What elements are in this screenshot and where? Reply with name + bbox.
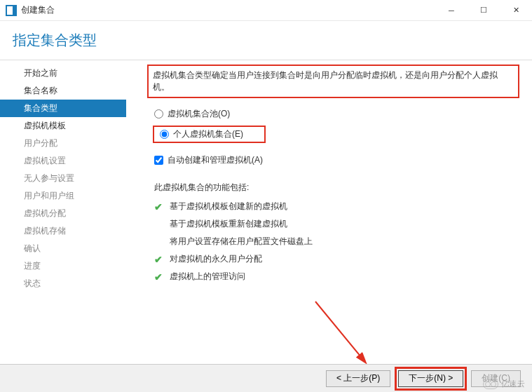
- previous-button[interactable]: < 上一步(P): [326, 370, 390, 387]
- watermark-icon: [483, 379, 498, 389]
- feature-row: ✔ 将用户设置存储在用户配置文件磁盘上: [147, 233, 519, 250]
- check-icon: ✔: [154, 236, 164, 248]
- titlebar: 创建集合 ─ ☐ ✕: [0, 0, 532, 21]
- main-panel: 虚拟机集合类型确定当用户连接到集合时是向用户分配临时虚拟机，还是向用户分配个人虚…: [126, 60, 532, 369]
- sidebar-item-user-assign: 用户分配: [0, 135, 126, 152]
- feature-row: ✔ 基于虚拟机模板创建新的虚拟机: [147, 198, 519, 215]
- radio-personal-row[interactable]: 个人虚拟机集合(E): [147, 123, 519, 146]
- next-button-highlight: 下一步(N) >: [395, 367, 467, 391]
- feature-text: 对虚拟机的永久用户分配: [170, 253, 262, 265]
- check-icon: ✔: [154, 254, 164, 265]
- footer: < 上一步(P) 下一步(N) > 创建(C) 取消: [0, 364, 532, 392]
- info-description: 虚拟机集合类型确定当用户连接到集合时是向用户分配临时虚拟机，还是向用户分配个人虚…: [147, 65, 519, 98]
- sidebar-item-confirm: 确认: [0, 240, 126, 257]
- checkbox-auto-row[interactable]: 自动创建和管理虚拟机(A): [147, 146, 519, 169]
- feature-text: 基于虚拟机模板重新创建虚拟机: [170, 218, 287, 230]
- sidebar-item-collection-name[interactable]: 集合名称: [0, 82, 126, 100]
- sidebar-item-unattended: 无人参与设置: [0, 170, 126, 187]
- checkbox-auto-label: 自动创建和管理虚拟机(A): [168, 154, 263, 166]
- maximize-button[interactable]: ☐: [468, 0, 500, 21]
- check-icon: ✔: [154, 271, 164, 283]
- watermark-text: 亿速云: [501, 379, 526, 389]
- sidebar-item-vm-storage: 虚拟机存储: [0, 222, 126, 240]
- radio-personal[interactable]: [160, 130, 169, 139]
- check-icon: ✔: [154, 219, 164, 230]
- close-button[interactable]: ✕: [500, 0, 532, 21]
- sidebar-item-vm-allocation: 虚拟机分配: [0, 205, 126, 222]
- watermark: 亿速云: [483, 379, 526, 389]
- next-button[interactable]: 下一步(N) >: [398, 370, 463, 387]
- check-icon: ✔: [154, 201, 164, 212]
- feature-row: ✔ 虚拟机上的管理访问: [147, 268, 519, 285]
- sidebar-item-vm-settings: 虚拟机设置: [0, 152, 126, 170]
- sidebar-item-progress: 进度: [0, 257, 126, 275]
- feature-row: ✔ 对虚拟机的永久用户分配: [147, 250, 519, 268]
- window-controls: ─ ☐ ✕: [435, 0, 532, 21]
- app-icon: [6, 5, 17, 16]
- sidebar-item-status: 状态: [0, 275, 126, 292]
- checkbox-auto[interactable]: [154, 156, 163, 165]
- feature-text: 虚拟机上的管理访问: [170, 271, 245, 283]
- radio-pool[interactable]: [154, 109, 163, 119]
- features-heading: 此虚拟机集合的功能包括:: [147, 169, 519, 198]
- radio-personal-label: 个人虚拟机集合(E): [173, 128, 243, 140]
- page-title: 指定集合类型: [0, 21, 532, 60]
- content-area: 开始之前 集合名称 集合类型 虚拟机模板 用户分配 虚拟机设置 无人参与设置 用…: [0, 60, 532, 369]
- window-title: 创建集合: [21, 4, 55, 16]
- sidebar: 开始之前 集合名称 集合类型 虚拟机模板 用户分配 虚拟机设置 无人参与设置 用…: [0, 60, 126, 369]
- radio-pool-label: 虚拟机集合池(O): [168, 108, 230, 120]
- radio-pool-row[interactable]: 虚拟机集合池(O): [147, 105, 519, 123]
- feature-text: 基于虚拟机模板创建新的虚拟机: [170, 201, 287, 212]
- minimize-button[interactable]: ─: [435, 0, 468, 21]
- feature-row: ✔ 基于虚拟机模板重新创建虚拟机: [147, 215, 519, 233]
- sidebar-item-collection-type[interactable]: 集合类型: [0, 100, 126, 117]
- feature-text: 将用户设置存储在用户配置文件磁盘上: [170, 236, 313, 248]
- sidebar-item-before-begin[interactable]: 开始之前: [0, 65, 126, 82]
- sidebar-item-users-groups: 用户和用户组: [0, 187, 126, 205]
- sidebar-item-vm-template[interactable]: 虚拟机模板: [0, 117, 126, 135]
